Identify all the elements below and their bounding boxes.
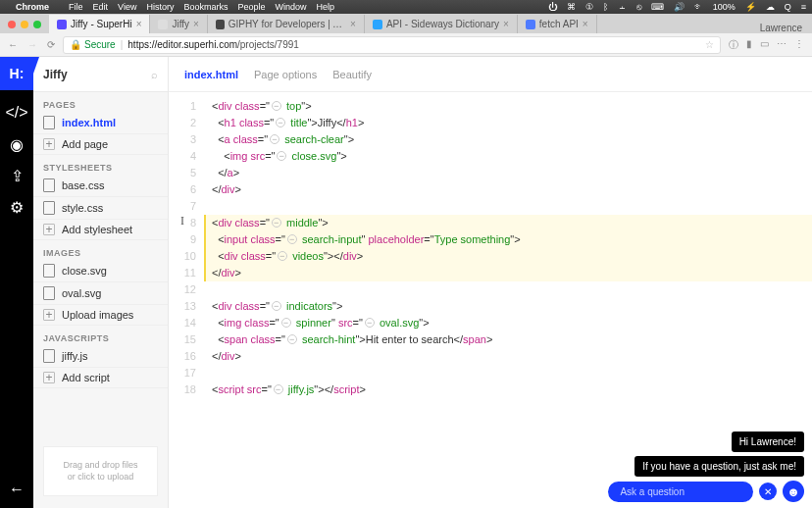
sidebar-item[interactable]: jiffy.js <box>33 345 168 368</box>
status-item[interactable]: ⚡ <box>745 2 756 12</box>
status-item[interactable]: ⎋ <box>636 2 641 12</box>
window-controls[interactable] <box>0 15 49 33</box>
sidebar: Jiffy ⌕ PAGESindex.html+Add pageSTYLESHE… <box>33 57 169 508</box>
extensions-icon[interactable]: ⋯ <box>777 38 787 52</box>
rail-settings-icon[interactable]: ⚙ <box>8 198 25 216</box>
menubar-app-name[interactable]: Chrome <box>16 2 49 12</box>
class-pill-icon[interactable] <box>270 134 279 144</box>
rail-back-icon[interactable]: ← <box>8 481 25 498</box>
tab-close-icon[interactable]: × <box>583 19 588 29</box>
sidebar-item[interactable]: close.svg <box>33 260 168 282</box>
status-item[interactable]: 100% <box>713 2 736 12</box>
sidebar-item[interactable]: index.html <box>33 112 168 134</box>
code-line[interactable] <box>212 198 812 215</box>
code-line[interactable]: <img src=" close.svg"> <box>212 148 812 165</box>
status-item[interactable]: ᛒ <box>603 2 608 12</box>
code-line[interactable]: <a class=" search-clear"> <box>212 131 812 148</box>
editor-tab[interactable]: Beautify <box>332 69 372 80</box>
code-line[interactable]: <div class=" indicators"> <box>212 298 812 315</box>
code-line[interactable]: <span class=" search-hint">Hit enter to … <box>212 331 812 348</box>
code-line[interactable]: <script src=" jiffy.js"></script> <box>212 381 812 398</box>
browser-tab[interactable]: Jiffy× <box>150 15 207 33</box>
back-icon[interactable]: ← <box>8 39 18 50</box>
class-pill-icon[interactable] <box>272 218 281 228</box>
upload-dropzone[interactable]: Drag and drop files or click to upload <box>43 446 158 496</box>
class-pill-icon[interactable] <box>281 318 291 328</box>
rail-code-icon[interactable]: </> <box>8 104 25 122</box>
class-pill-icon[interactable] <box>274 384 283 394</box>
rail-preview-icon[interactable]: ◉ <box>8 135 25 153</box>
status-item[interactable]: Q <box>785 2 791 12</box>
editor-tab[interactable]: Page options <box>254 69 317 80</box>
menu-edit[interactable]: Edit <box>93 2 109 12</box>
sidebar-item[interactable]: base.css <box>33 175 168 197</box>
code-line[interactable]: <input class=" search-input" placeholder… <box>212 231 812 248</box>
code-line[interactable]: <div class=" middle"> <box>212 215 812 231</box>
code-line[interactable]: <h1 class=" title">Jiffy</h1> <box>212 115 812 131</box>
status-item[interactable]: ⫠ <box>618 2 627 12</box>
code-line[interactable]: </div> <box>212 265 812 281</box>
sidebar-item[interactable]: +Upload images <box>33 305 168 326</box>
code-line[interactable]: </div> <box>212 181 812 198</box>
class-pill-icon[interactable] <box>272 301 281 311</box>
panel-icon[interactable]: ▭ <box>760 38 769 52</box>
chat-close-icon[interactable]: ✕ <box>759 483 777 500</box>
file-icon <box>43 286 55 300</box>
class-pill-icon[interactable] <box>277 151 286 161</box>
browser-tab[interactable]: fetch API× <box>518 15 597 33</box>
status-item[interactable]: ⏻ <box>548 2 557 12</box>
menu-people[interactable]: People <box>237 2 265 12</box>
status-item[interactable]: 🔊 <box>674 2 685 12</box>
superhi-logo[interactable]: H: <box>0 57 33 90</box>
search-icon[interactable]: ⌕ <box>151 69 158 80</box>
code-line[interactable]: </a> <box>212 165 812 181</box>
menu-bookmarks[interactable]: Bookmarks <box>183 2 228 12</box>
rail-share-icon[interactable]: ⇪ <box>8 167 25 184</box>
code-line[interactable]: </div> <box>212 348 812 365</box>
class-pill-icon[interactable] <box>278 251 287 261</box>
code-line[interactable] <box>212 281 812 298</box>
status-item[interactable]: ① <box>585 2 593 12</box>
browser-tab[interactable]: Jiffy - SuperHi× <box>49 15 150 33</box>
status-item[interactable]: ᯤ <box>694 2 703 12</box>
menu-history[interactable]: History <box>146 2 174 12</box>
class-pill-icon[interactable] <box>272 101 281 111</box>
code-line[interactable]: <img class=" spinner" src=" oval.svg"> <box>212 315 812 331</box>
class-pill-icon[interactable] <box>287 234 297 244</box>
code-line[interactable] <box>212 365 812 381</box>
sidebar-item[interactable]: style.css <box>33 197 168 220</box>
status-item[interactable]: ⌨ <box>651 2 664 12</box>
bookmark-star-icon[interactable]: ☆ <box>705 39 714 50</box>
account-icon[interactable]: ▮ <box>746 38 752 52</box>
sidebar-item[interactable]: oval.svg <box>33 282 168 305</box>
browser-menu-icon[interactable]: ⋮ <box>794 38 804 52</box>
chat-input[interactable]: Ask a question <box>608 482 753 502</box>
editor-tab[interactable]: index.html <box>184 69 238 80</box>
browser-tab[interactable]: API - Sideways Dictionary× <box>365 15 518 33</box>
class-pill-icon[interactable] <box>287 334 297 344</box>
status-item[interactable]: ☁ <box>766 2 775 12</box>
sidebar-item[interactable]: +Add stylesheet <box>33 220 168 240</box>
chat-toggle-icon[interactable]: ☻ <box>783 481 804 502</box>
code-line[interactable]: <div class=" top"> <box>212 98 812 115</box>
status-item[interactable]: ≡ <box>801 2 806 12</box>
menu-file[interactable]: File <box>69 2 83 12</box>
tab-close-icon[interactable]: × <box>350 19 356 29</box>
browser-tab[interactable]: GIPHY for Developers | API En× <box>208 15 365 33</box>
status-item[interactable]: ⌘ <box>567 2 576 12</box>
address-bar[interactable]: 🔒 Secure | https://editor.superhi.com/pr… <box>63 36 721 54</box>
sidebar-item[interactable]: +Add page <box>33 134 168 155</box>
sidebar-item[interactable]: +Add script <box>33 368 168 388</box>
tab-close-icon[interactable]: × <box>136 19 142 29</box>
menu-view[interactable]: View <box>118 2 136 12</box>
class-pill-icon[interactable] <box>365 318 375 328</box>
browser-profile-name[interactable]: Lawrence <box>750 23 812 33</box>
tab-close-icon[interactable]: × <box>193 19 199 29</box>
menu-help[interactable]: Help <box>316 2 334 12</box>
reload-icon[interactable]: ⟳ <box>47 39 55 50</box>
tab-close-icon[interactable]: × <box>503 19 509 29</box>
menu-window[interactable]: Window <box>275 2 306 12</box>
code-line[interactable]: <div class=" videos"></div> <box>212 248 812 265</box>
info-icon[interactable]: ⓘ <box>729 38 738 52</box>
class-pill-icon[interactable] <box>276 118 285 127</box>
